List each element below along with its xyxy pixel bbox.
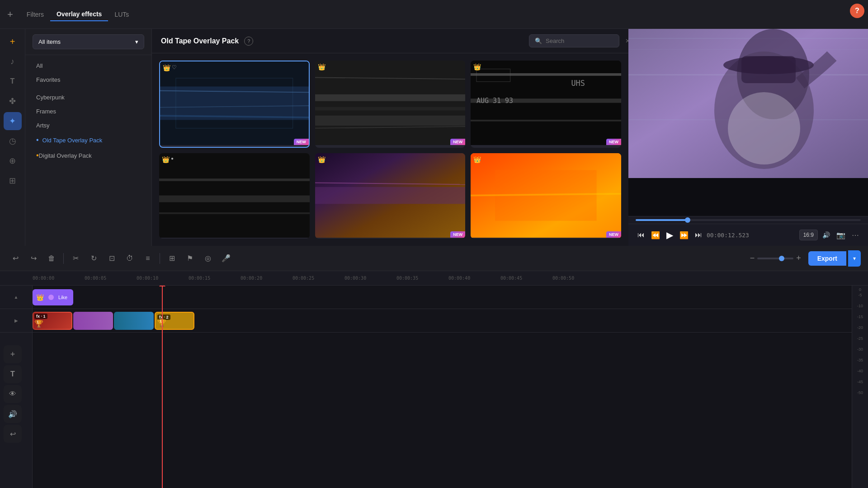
category-select[interactable]: All items ▾ (33, 34, 144, 49)
video-clip-2[interactable] (73, 312, 113, 330)
svg-rect-9 (315, 116, 466, 126)
category-item-all[interactable]: All (25, 59, 151, 73)
timeline-vol-button[interactable]: 🔊 (4, 405, 22, 423)
sidebar-icon-grid[interactable]: ⊞ (4, 172, 22, 190)
sidebar-icon-timer[interactable]: ◷ (4, 132, 22, 150)
timeline-back-button[interactable]: ↩ (4, 425, 22, 443)
ruler-mark-0: 00:00:00 (33, 276, 54, 281)
crown-icon-tape4: 👑 (162, 156, 170, 163)
rotate-button[interactable]: ↻ (85, 250, 102, 267)
new-badge-tape2: NEW (450, 139, 465, 145)
sidebar-icon-text[interactable]: T (4, 72, 22, 90)
sidebar-icon-sticker[interactable]: ✤ (4, 92, 22, 110)
tab-overlay-effects[interactable]: Overlay effects (50, 8, 108, 21)
zoom-slider[interactable] (757, 258, 793, 259)
effect-card-tape3[interactable]: AUG 31 93 UHS 👑 NEW Old tape 3 (471, 61, 621, 148)
svg-rect-7 (315, 94, 466, 101)
effect-card-tape6[interactable]: 👑 NEW Old tape 6 (471, 153, 621, 239)
delete-button[interactable]: 🗑 (43, 250, 60, 267)
clear-search-icon[interactable]: ✕ (625, 38, 628, 44)
skip-forward-button[interactable]: ⏭ (693, 229, 704, 241)
svg-rect-38 (741, 56, 796, 83)
new-badge-tape1: NEW (294, 139, 309, 145)
search-icon: 🔍 (535, 38, 542, 44)
video-clip-4[interactable]: fx · 2 🏆 (155, 312, 194, 330)
category-item-frames[interactable]: Frames (25, 104, 151, 118)
zoom-in-button[interactable]: + (796, 253, 801, 263)
export-dropdown-button[interactable]: ▾ (848, 250, 861, 267)
effect-card-tape4[interactable]: 👑 ● Old tape 4 (159, 153, 310, 239)
crop-button[interactable]: ⊡ (104, 250, 120, 267)
overlay-clip[interactable]: 👑 Like (33, 289, 73, 305)
effect-name-tape1: Old tape 1 (160, 145, 309, 148)
category-item-old-tape[interactable]: Old Tape Overlay Pack (25, 132, 151, 148)
video-clip-1[interactable]: fx · 1 🏆 (33, 312, 72, 330)
help-button[interactable]: ? (850, 4, 864, 18)
mic-button[interactable]: 🎤 (218, 250, 234, 267)
cut-button[interactable]: ✂ (67, 250, 84, 267)
effect-name-tape6: Old tape 6 (471, 238, 621, 239)
redo-button[interactable]: ↪ (25, 250, 42, 267)
speed-button[interactable]: ⏱ (122, 250, 138, 267)
step-forward-button[interactable]: ⏩ (678, 229, 690, 241)
crown-icon-tape2: 👑 (318, 63, 326, 70)
svg-rect-22 (159, 212, 310, 214)
search-input[interactable] (546, 38, 622, 44)
effect-card-tape5[interactable]: 👑 NEW Old tape 5 (315, 153, 466, 239)
skip-back-button[interactable]: ⏮ (636, 229, 646, 241)
timecode: 00:00:12.523 (707, 232, 749, 239)
chevron-down-icon: ▾ (135, 38, 138, 45)
new-badge-tape3: NEW (606, 139, 621, 145)
export-button[interactable]: Export (808, 251, 846, 266)
timeline-eye-button[interactable]: 👁 (4, 385, 22, 403)
more-options-button[interactable]: ⋯ (850, 229, 861, 241)
tab-filters[interactable]: Filters (20, 8, 50, 21)
ruler-mark-5: 00:00:05 (85, 276, 106, 281)
progress-bar[interactable] (636, 219, 861, 221)
aspect-ratio-button[interactable]: 16:9 (799, 230, 818, 240)
new-badge-tape5: NEW (450, 231, 465, 238)
crown-icon: 👑 (163, 64, 170, 71)
help-icon[interactable]: ? (244, 37, 253, 46)
sidebar-icon-add[interactable]: + (4, 33, 22, 51)
play-button[interactable]: ▶ (665, 228, 675, 242)
stabilize-button[interactable]: ◎ (200, 250, 216, 267)
effect-card-tape2[interactable]: 👑 NEW Old tape 2 (315, 61, 466, 148)
zoom-out-button[interactable]: − (750, 253, 755, 263)
heart-icon[interactable]: ♡ (172, 64, 177, 70)
ruler-mark-10: 00:00:10 (137, 276, 158, 281)
overlay-track-label: Like (58, 295, 67, 300)
video-clip-3[interactable] (114, 312, 154, 330)
flag-button[interactable]: ⚑ (182, 250, 198, 267)
timeline-text-button[interactable]: T (4, 365, 22, 383)
step-back-button[interactable]: ⏪ (649, 229, 662, 241)
category-item-favorites[interactable]: Favorites (25, 73, 151, 87)
ruler-mark-45: 00:00:45 (500, 276, 522, 281)
category-item-artsy[interactable]: Artsy (25, 118, 151, 132)
sidebar-icon-music[interactable]: ♪ (4, 52, 22, 70)
ruler-mark-20: 00:00:20 (241, 276, 262, 281)
volume-button[interactable]: 🔊 (821, 230, 832, 240)
add-button[interactable]: + (7, 9, 13, 20)
pip-button[interactable]: ⊞ (164, 250, 180, 267)
svg-rect-8 (315, 107, 466, 110)
category-select-label: All items (38, 38, 61, 45)
undo-button[interactable]: ↩ (7, 250, 24, 267)
volume-meter: 0 -5 -10 -15 -20 -25 -30 -35 -40 -45 -50 (852, 286, 868, 488)
tab-luts[interactable]: LUTs (108, 8, 135, 21)
snapshot-button[interactable]: 📷 (835, 229, 847, 241)
category-item-digital[interactable]: Digital Overlay Pack (25, 148, 151, 163)
effect-name-tape2: Old tape 2 (315, 145, 466, 148)
toolbar-divider-1 (63, 253, 64, 264)
timecode-main: 00:00:12 (707, 232, 735, 239)
svg-rect-24 (315, 187, 466, 204)
category-item-cyberpunk[interactable]: Cyberpunk (25, 90, 151, 104)
sidebar-icon-puzzle[interactable]: ⊕ (4, 152, 22, 170)
timecode-ms: .523 (735, 232, 749, 239)
track-label-overlay: ▲ (0, 286, 32, 309)
sidebar-icon-effects[interactable]: ✦ (4, 112, 22, 130)
toolbar-divider-2 (160, 253, 160, 264)
adjust-button[interactable]: ≡ (140, 250, 156, 267)
effect-card-tape1[interactable]: 👑 ♡ NEW Old tape 1 (159, 61, 310, 148)
timeline-add-button[interactable]: + (4, 345, 22, 363)
